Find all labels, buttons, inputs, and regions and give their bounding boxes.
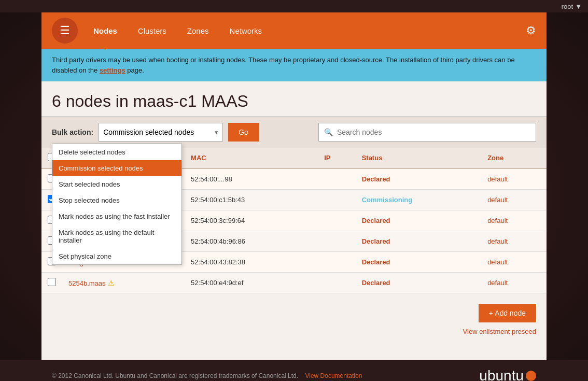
dropdown-item-stop[interactable]: Stop selected nodes [52,192,181,208]
row-mac: 52:54:00:...98 [185,168,318,190]
settings-link[interactable]: settings [100,66,125,74]
go-button[interactable]: Go [228,123,259,142]
search-input[interactable] [337,128,530,136]
bottom-actions: + Add node View enlistment preseed [41,293,547,335]
search-icon: 🔍 [324,128,333,136]
user-menu[interactable]: root ▼ [562,3,582,10]
th-status: Status [356,148,482,168]
table-row: 5254b.maas⚠52:54:00:e4:9d:efDeclareddefa… [41,273,547,293]
toolbar: Bulk action: Delete selected nodes Commi… [41,116,547,148]
page-title: 6 nodes in maas-c1 MAAS [41,81,547,116]
th-mac: MAC [185,148,318,168]
row-fqdn: 5254b.maas⚠ [62,273,185,293]
node-fqdn-link[interactable]: 5254b.maas [68,279,106,287]
row-ip [318,231,355,252]
th-zone: Zone [481,148,547,168]
logo[interactable]: ☰ [52,18,78,44]
row-zone: default [481,273,547,293]
footer: © 2012 Canonical Ltd. Ubuntu and Canonic… [0,360,588,381]
row-checkbox[interactable] [48,278,56,286]
dropdown-item-zone[interactable]: Set physical zone [52,248,181,264]
navbar: ☰ Nodes Clusters Zones Networks ⚙ [41,12,547,49]
row-ip [318,252,355,273]
row-zone: default [481,190,547,210]
dropdown-item-fast[interactable]: Mark nodes as using the fast installer [52,208,181,224]
info-text-after: page. [125,66,144,74]
row-zone: default [481,252,547,273]
dropdown-item-commission[interactable]: Commission selected nodes [52,160,181,176]
user-dropdown-icon: ▼ [575,3,582,10]
nav-item-zones[interactable]: Zones [177,22,219,39]
main-content: Third party drivers may be used when boo… [41,49,547,360]
row-mac: 52:54:00:e4:9d:ef [185,273,318,293]
row-ip [318,190,355,210]
username: root [562,3,573,10]
warning-icon: ⚠ [108,279,115,287]
row-status: Commissioning [356,190,482,210]
ubuntu-circle [526,371,536,381]
nav-item-nodes[interactable]: Nodes [83,22,128,39]
row-status: Declared [356,252,482,273]
th-ip: IP [318,148,355,168]
row-status: Declared [356,168,482,190]
doc-link[interactable]: View Documentation [305,372,362,379]
menu-icon: ☰ [60,24,70,37]
search-wrapper: 🔍 [318,123,536,142]
row-checkbox-cell [41,273,62,293]
row-status: Declared [356,210,482,231]
row-mac: 52:54:00:43:82:38 [185,252,318,273]
bulk-action-select[interactable]: Delete selected nodes Commission selecte… [99,123,223,142]
bulk-action-dropdown: Delete selected nodes Commission selecte… [52,144,182,265]
ubuntu-text: ubuntu [479,368,524,381]
ubuntu-logo: ubuntu [479,368,536,381]
settings-icon[interactable]: ⚙ [526,24,536,37]
dropdown-item-delete[interactable]: Delete selected nodes [52,144,181,160]
bulk-action-label: Bulk action: [52,128,93,136]
enlistment-link[interactable]: View enlistment preseed [463,328,536,335]
row-ip [318,210,355,231]
row-mac: 52:54:00:3c:99:64 [185,210,318,231]
copyright-text: © 2012 Canonical Ltd. Ubuntu and Canonic… [52,372,298,379]
nav-items: Nodes Clusters Zones Networks [83,22,526,39]
row-ip [318,273,355,293]
nav-item-networks[interactable]: Networks [219,22,273,39]
row-mac: 52:54:00:c1:5b:43 [185,190,318,210]
add-node-button[interactable]: + Add node [479,304,536,322]
info-banner: Third party drivers may be used when boo… [41,49,547,81]
row-status: Declared [356,273,482,293]
dropdown-item-default-installer[interactable]: Mark nodes as using the default installe… [52,224,181,248]
row-mac: 52:54:00:4b:96:86 [185,231,318,252]
footer-copyright: © 2012 Canonical Ltd. Ubuntu and Canonic… [52,372,362,379]
nav-item-clusters[interactable]: Clusters [128,22,177,39]
row-zone: default [481,231,547,252]
dropdown-item-start[interactable]: Start selected nodes [52,176,181,192]
bulk-action-select-wrapper: Delete selected nodes Commission selecte… [99,123,223,142]
row-status: Declared [356,231,482,252]
top-bar: root ▼ [0,0,588,12]
row-zone: default [481,210,547,231]
row-ip [318,168,355,190]
row-zone: default [481,168,547,190]
